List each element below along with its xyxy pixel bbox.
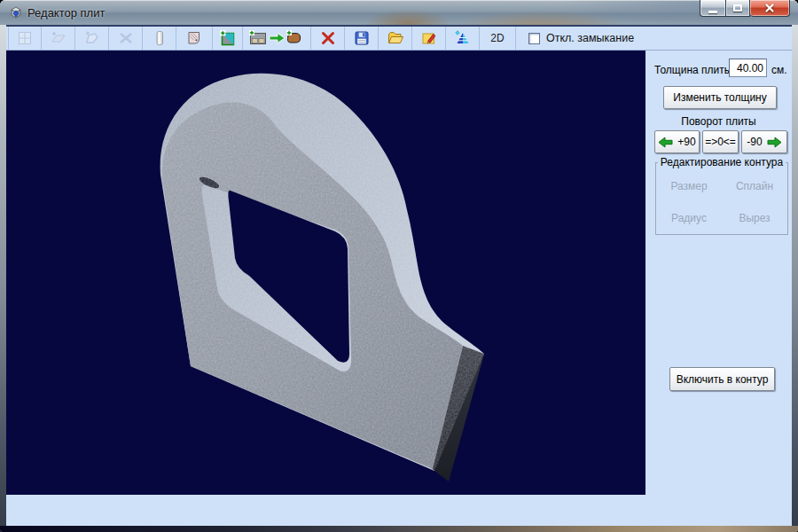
add-contour-button[interactable] bbox=[75, 27, 109, 50]
maximize-icon bbox=[733, 4, 742, 12]
plate-texture-button[interactable] bbox=[176, 27, 213, 50]
window-border-bottom bbox=[0, 526, 798, 532]
disable-closure-checkbox[interactable] bbox=[528, 33, 540, 44]
view-2d-button[interactable]: 2D bbox=[480, 27, 516, 50]
contour-group-title: Редактирование контура bbox=[658, 156, 786, 168]
view-3d-icon bbox=[454, 29, 472, 47]
add-plate-button[interactable] bbox=[42, 27, 75, 50]
viewport-3d[interactable] bbox=[6, 51, 645, 495]
thickness-unit-label: см. bbox=[771, 64, 787, 76]
contour-cutout-button[interactable]: Вырез bbox=[739, 212, 770, 224]
delete-disabled-button[interactable] bbox=[109, 27, 143, 50]
include-in-contour-button[interactable]: Включить в контур bbox=[669, 367, 775, 391]
window-border-left bbox=[0, 25, 6, 526]
contour-radius-button[interactable]: Радиус bbox=[671, 212, 707, 224]
rotate-minus90-button[interactable]: -90 bbox=[741, 130, 787, 153]
arrow-right-icon bbox=[767, 137, 782, 148]
column-button[interactable] bbox=[143, 27, 176, 50]
toolbar-spacer bbox=[634, 27, 792, 50]
open-folder-icon bbox=[387, 29, 404, 47]
edit-button[interactable] bbox=[412, 27, 446, 50]
change-thickness-button[interactable]: Изменить толщину bbox=[663, 86, 777, 109]
view-3d-button[interactable] bbox=[446, 27, 480, 50]
edit-folder-icon bbox=[420, 29, 438, 47]
plates-to-contour-icon bbox=[248, 29, 305, 47]
app-window: Редактор плит bbox=[0, 0, 798, 532]
maximize-button[interactable] bbox=[725, 0, 750, 17]
plate-texture-icon bbox=[185, 29, 203, 47]
delete-red-x-icon bbox=[319, 29, 337, 47]
grid-icon bbox=[16, 29, 34, 47]
disable-closure-label: Откл. замыкание bbox=[546, 32, 634, 44]
rotate-plus90-label: +90 bbox=[677, 136, 695, 148]
right-panel: Толщина плиты см. Изменить толщину Повор… bbox=[645, 51, 792, 526]
rotate-minus90-label: -90 bbox=[747, 136, 762, 148]
window-title: Редактор плит bbox=[27, 6, 105, 20]
arrow-left-icon bbox=[658, 137, 673, 148]
view-2d-label: 2D bbox=[490, 32, 504, 44]
add-plate-icon bbox=[50, 29, 67, 47]
delete-button[interactable] bbox=[311, 27, 345, 50]
save-icon bbox=[353, 29, 371, 47]
contour-size-button[interactable]: Размер bbox=[670, 180, 707, 192]
close-icon bbox=[764, 3, 775, 13]
toolbar: 2D Откл. замыкание bbox=[6, 25, 792, 51]
column-icon bbox=[151, 29, 168, 47]
contour-spline-button[interactable]: Сплайн bbox=[736, 180, 773, 192]
app-icon bbox=[9, 5, 23, 20]
delete-disabled-icon bbox=[117, 29, 135, 47]
new-region-button[interactable] bbox=[213, 27, 243, 50]
new-region-icon bbox=[219, 29, 237, 47]
bottom-strip bbox=[6, 495, 645, 526]
grid-button[interactable] bbox=[8, 27, 42, 50]
save-button[interactable] bbox=[345, 27, 379, 50]
contour-editing-group: Редактирование контура Размер Сплайн Рад… bbox=[655, 162, 788, 235]
minimize-icon bbox=[708, 11, 717, 13]
thickness-label: Толщина плиты bbox=[654, 64, 732, 76]
thickness-input[interactable] bbox=[729, 59, 767, 77]
rotate-reset-button[interactable]: =>0<= bbox=[702, 130, 739, 153]
add-contour-icon bbox=[83, 29, 101, 47]
open-button[interactable] bbox=[379, 27, 412, 50]
rotation-label: Поворот плиты bbox=[645, 115, 792, 128]
rotate-plus90-button[interactable]: +90 bbox=[654, 130, 700, 153]
minimize-button[interactable] bbox=[700, 0, 725, 17]
title-bar[interactable]: Редактор плит bbox=[0, 0, 798, 25]
window-controls bbox=[700, 0, 790, 17]
disable-closure-control: Откл. замыкание bbox=[528, 27, 634, 50]
plates-to-contour-button[interactable] bbox=[243, 27, 311, 50]
close-button[interactable] bbox=[750, 0, 790, 17]
window-border-right bbox=[792, 25, 798, 526]
